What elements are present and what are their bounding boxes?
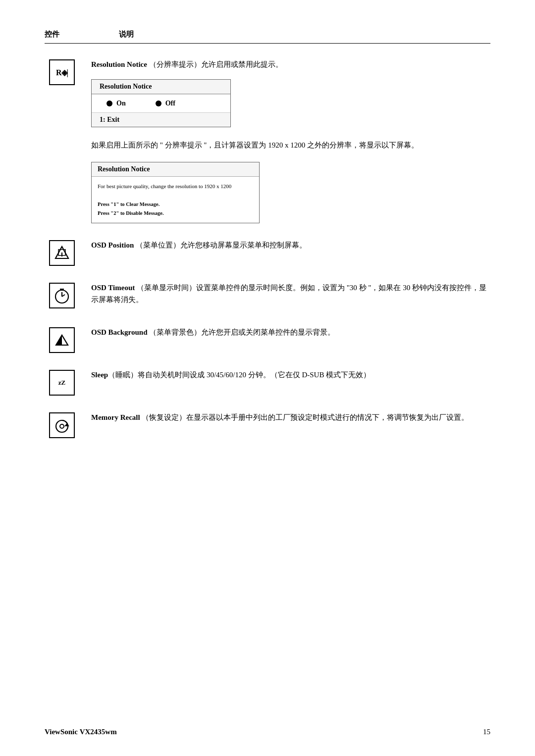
memory-recall-text-cell: Memory Recall （恢复设定）在显示器以本手册中列出的工厂预设定时模式…	[91, 411, 490, 428]
resolution-menu-title: Resolution Notice	[92, 80, 230, 94]
resolution-option-on: On	[107, 100, 126, 107]
resolution-preview-content: For best picture quality, change the res…	[92, 177, 259, 223]
radio-dot-off	[156, 101, 161, 106]
resolution-between-text: 如果启用上面所示的 " 分辨率提示 "，且计算器设置为 1920 x 1200 …	[91, 139, 490, 152]
memory-recall-svg	[53, 416, 71, 434]
resolution-preview-line2: Press "1" to Clear Message.	[98, 200, 253, 209]
resolution-on-label: On	[116, 100, 126, 107]
footer-model: VX2435wm	[80, 728, 117, 736]
sleep-desc: Sleep（睡眠）将自动关机时间设成 30/45/60/120 分钟。（它在仅 …	[91, 369, 490, 381]
sleep-row: zZ Sleep（睡眠）将自动关机时间设成 30/45/60/120 分钟。（它…	[45, 369, 490, 396]
resolution-menu-box: Resolution Notice On Off 1: Exit	[91, 79, 231, 127]
resolution-notice-desc: Resolution Notice （分辨率提示）允许启用或禁用此提示。	[91, 58, 490, 70]
osd-background-svg	[53, 331, 71, 349]
footer-page-number: 15	[483, 728, 490, 736]
svg-point-13	[60, 424, 64, 428]
resolution-exit-label: 1: Exit	[100, 116, 119, 123]
osd-timeout-title: OSD Timeout	[91, 284, 135, 292]
resolution-off-label: Off	[165, 100, 175, 107]
osd-position-icon	[49, 240, 75, 266]
osd-background-text-cell: OSD Background （菜单背景色）允许您开启或关闭菜单控件的显示背景。	[91, 326, 490, 343]
header-divider	[45, 43, 490, 44]
header-col2: 说明	[119, 30, 134, 39]
memory-recall-icon	[49, 412, 75, 438]
resolution-notice-row: R◈| Resolution Notice （分辨率提示）允许启用或禁用此提示。…	[45, 58, 490, 223]
osd-position-text-cell: OSD Position （菜单位置）允许您移动屏幕显示菜单和控制屏幕。	[91, 239, 490, 256]
osd-background-row: OSD Background （菜单背景色）允许您开启或关闭菜单控件的显示背景。	[45, 326, 490, 353]
osd-timeout-desc: OSD Timeout （菜单显示时间）设置菜单控件的显示时间长度。例如，设置为…	[91, 282, 490, 305]
osd-background-desc: OSD Background （菜单背景色）允许您开启或关闭菜单控件的显示背景。	[91, 326, 490, 338]
osd-position-icon-cell	[45, 239, 79, 266]
svg-marker-9	[56, 335, 68, 345]
page-footer: ViewSonic VX2435wm 15	[45, 728, 490, 736]
osd-position-desc: OSD Position （菜单位置）允许您移动屏幕显示菜单和控制屏幕。	[91, 239, 490, 251]
memory-recall-row: Memory Recall （恢复设定）在显示器以本手册中列出的工厂预设定时模式…	[45, 411, 490, 438]
osd-background-title: OSD Background	[91, 328, 148, 336]
footer-brand: ViewSonic VX2435wm	[45, 728, 117, 736]
sleep-icon: zZ	[49, 370, 75, 396]
osd-position-row: OSD Position （菜单位置）允许您移动屏幕显示菜单和控制屏幕。	[45, 239, 490, 266]
sleep-title: Sleep	[91, 371, 108, 379]
header-row: 控件 说明	[45, 30, 490, 39]
radio-dot-on	[107, 101, 112, 106]
resolution-preview-box: Resolution Notice For best picture quali…	[91, 162, 260, 223]
resolution-menu-options-row: On Off	[92, 94, 230, 113]
memory-recall-desc: Memory Recall （恢复设定）在显示器以本手册中列出的工厂预设定时模式…	[91, 411, 490, 423]
resolution-notice-icon: R◈|	[49, 59, 75, 85]
resolution-option-off: Off	[156, 100, 175, 107]
sleep-symbol: zZ	[58, 379, 65, 387]
osd-timeout-text-cell: OSD Timeout （菜单显示时间）设置菜单控件的显示时间长度。例如，设置为…	[91, 282, 490, 310]
page-container: 控件 说明 R◈| Resolution Notice （分辨率提示）允许启用或…	[0, 0, 535, 494]
resolution-notice-text-cell: Resolution Notice （分辨率提示）允许启用或禁用此提示。 Res…	[91, 58, 490, 223]
resolution-notice-icon-cell: R◈|	[45, 58, 79, 85]
resolution-preview-line3: Press "2" to Disable Message.	[98, 209, 253, 218]
osd-position-svg	[54, 245, 70, 261]
footer-brand-name: ViewSonic	[45, 728, 78, 736]
resolution-notice-title: Resolution Notice	[91, 60, 147, 68]
resolution-exit-row: 1: Exit	[92, 113, 230, 127]
osd-timeout-icon-cell	[45, 282, 79, 308]
osd-position-title: OSD Position	[91, 241, 134, 249]
header-col1: 控件	[45, 30, 59, 39]
svg-marker-12	[64, 423, 69, 426]
resolution-preview-line1: For best picture quality, change the res…	[98, 182, 253, 191]
osd-timeout-row: OSD Timeout （菜单显示时间）设置菜单控件的显示时间长度。例如，设置为…	[45, 282, 490, 310]
osd-background-icon	[49, 327, 75, 353]
osd-timeout-svg	[53, 287, 71, 304]
osd-timeout-icon	[49, 283, 75, 308]
resolution-preview-title: Resolution Notice	[92, 162, 259, 177]
sleep-icon-cell: zZ	[45, 369, 79, 396]
osd-background-icon-cell	[45, 326, 79, 353]
memory-recall-icon-cell	[45, 411, 79, 438]
memory-recall-title: Memory Recall	[91, 413, 140, 421]
sleep-text-cell: Sleep（睡眠）将自动关机时间设成 30/45/60/120 分钟。（它在仅 …	[91, 369, 490, 386]
